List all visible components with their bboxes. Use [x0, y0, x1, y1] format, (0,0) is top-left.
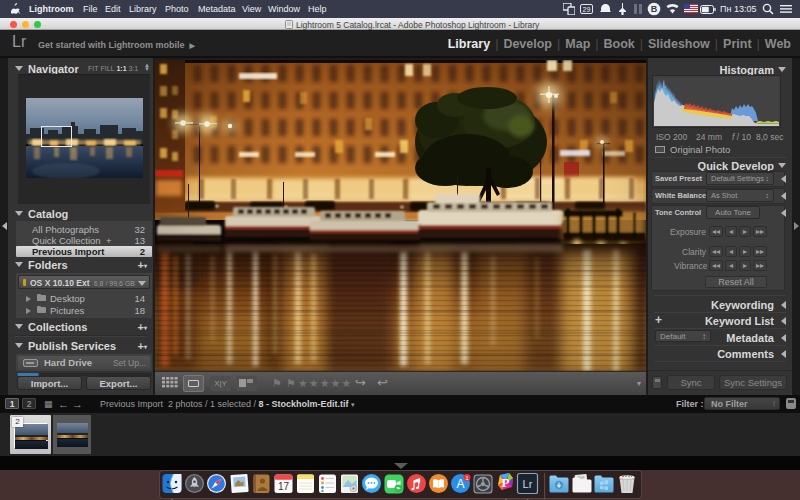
- svg-text:1: 1: [465, 475, 468, 481]
- svg-text:Lr: Lr: [523, 478, 533, 490]
- svg-text:17: 17: [278, 481, 290, 492]
- svg-text:A: A: [456, 477, 464, 491]
- svg-text:B: B: [651, 4, 658, 14]
- svg-text:P: P: [502, 475, 510, 490]
